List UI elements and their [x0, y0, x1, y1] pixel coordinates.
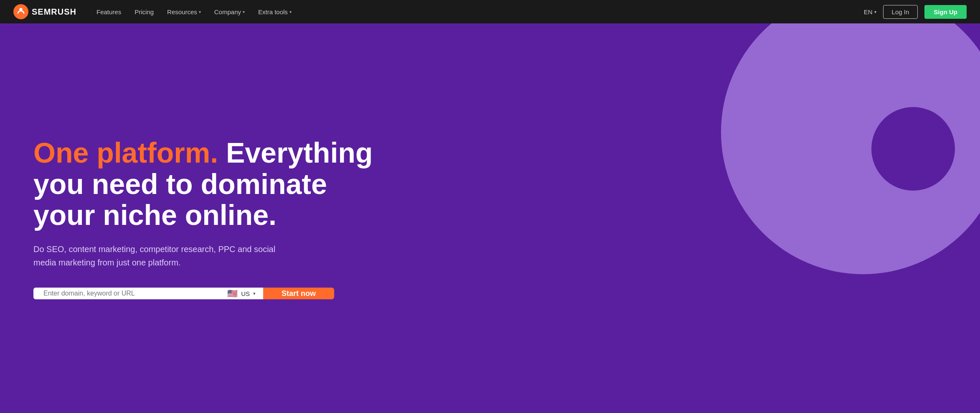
search-box: 🇺🇸 US ▾	[33, 288, 263, 299]
hero-title: One platform. Everything you need to dom…	[33, 137, 376, 231]
svg-point-0	[13, 4, 28, 19]
nav-extra-tools[interactable]: Extra tools ▾	[258, 8, 292, 15]
navbar-right: EN ▾ Log In Sign Up	[864, 5, 967, 19]
nav-company[interactable]: Company ▾	[214, 8, 245, 15]
company-chevron-icon: ▾	[243, 10, 245, 14]
hero-content: One platform. Everything you need to dom…	[33, 137, 376, 299]
semrush-logo-icon	[13, 4, 28, 19]
nav-features[interactable]: Features	[96, 8, 121, 15]
us-flag-icon: 🇺🇸	[227, 288, 238, 298]
start-now-button[interactable]: Start now	[263, 288, 334, 299]
lang-chevron-icon: ▾	[874, 10, 876, 14]
nav-resources[interactable]: Resources ▾	[167, 8, 201, 15]
hero-bg-inner-decoration	[871, 107, 955, 191]
nav-pricing[interactable]: Pricing	[135, 8, 154, 15]
svg-point-1	[19, 8, 22, 11]
country-chevron-icon: ▾	[253, 291, 256, 296]
logo-text: SEMRUSH	[32, 7, 76, 17]
search-input[interactable]	[33, 288, 219, 299]
logo[interactable]: SEMRUSH	[13, 4, 76, 19]
extra-tools-chevron-icon: ▾	[289, 10, 292, 14]
language-selector[interactable]: EN ▾	[864, 8, 876, 15]
signup-button[interactable]: Sign Up	[924, 5, 967, 19]
country-code: US	[241, 290, 250, 297]
resources-chevron-icon: ▾	[199, 10, 201, 14]
nav-links: Features Pricing Resources ▾ Company ▾ E…	[96, 8, 864, 15]
hero-title-orange: One platform.	[33, 137, 218, 168]
login-button[interactable]: Log In	[883, 5, 918, 19]
country-selector[interactable]: 🇺🇸 US ▾	[220, 288, 263, 299]
hero-search-row: 🇺🇸 US ▾ Start now	[33, 288, 334, 299]
hero-section: One platform. Everything you need to dom…	[0, 23, 980, 413]
navbar: SEMRUSH Features Pricing Resources ▾ Com…	[0, 0, 980, 23]
hero-subtitle: Do SEO, content marketing, competitor re…	[33, 242, 284, 269]
